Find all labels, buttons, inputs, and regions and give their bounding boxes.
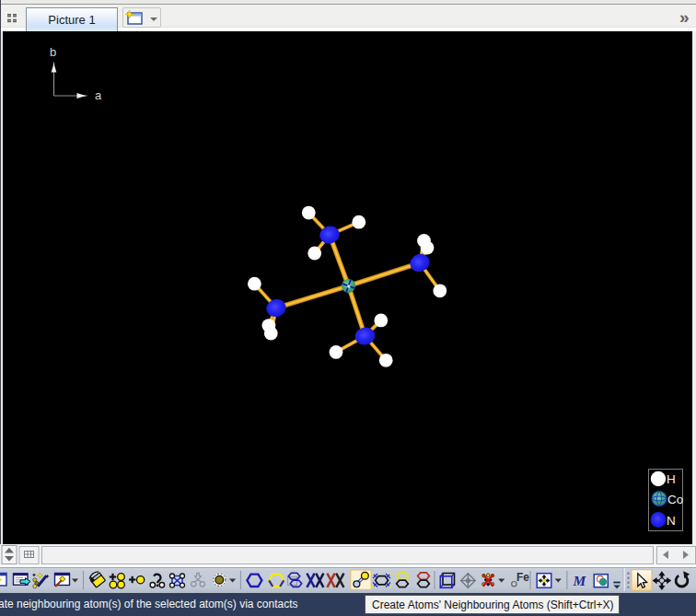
svg-text:b: b <box>50 45 56 59</box>
svg-text:Co: Co <box>667 493 683 506</box>
svg-text:N: N <box>667 514 676 528</box>
svg-text:M: M <box>573 573 587 588</box>
svg-text:a: a <box>95 88 102 102</box>
svg-text:Fe: Fe <box>516 571 529 584</box>
svg-text:H: H <box>667 472 676 486</box>
